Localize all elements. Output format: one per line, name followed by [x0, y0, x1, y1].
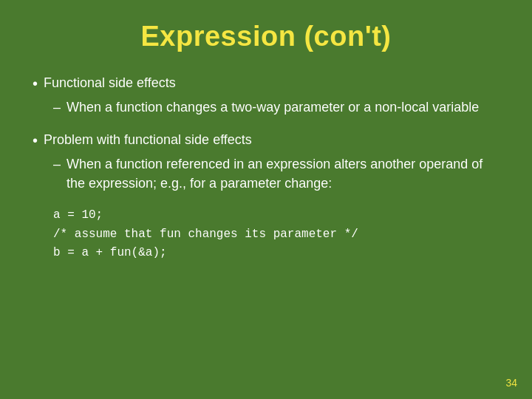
slide-content: • Functional side effects – When a funct…	[33, 73, 499, 263]
sub-dash-1: –	[53, 98, 61, 117]
slide-number: 34	[505, 377, 517, 389]
bullet-2-sub-text: When a function referenced in an express…	[66, 154, 499, 193]
bullet-1-sub: – When a function changes a two-way para…	[53, 98, 499, 117]
bullet-section-1: • Functional side effects – When a funct…	[33, 73, 499, 117]
bullet-2-main-text: Problem with functional side effects	[44, 130, 252, 149]
bullet-dot-1: •	[33, 73, 38, 95]
bullet-2-sub: – When a function referenced in an expre…	[53, 154, 499, 193]
slide: Expression (con't) • Functional side eff…	[0, 0, 532, 399]
bullet-2-main: • Problem with functional side effects	[33, 130, 499, 151]
bullet-1-main: • Functional side effects	[33, 73, 499, 95]
code-line-1: a = 10;	[53, 206, 499, 225]
sub-dash-2: –	[53, 154, 61, 174]
bullet-1-sub-text: When a function changes a two-way parame…	[66, 98, 479, 117]
slide-title: Expression (con't)	[33, 21, 499, 52]
code-line-2: /* assume that fun changes its parameter…	[53, 225, 499, 245]
bullet-dot-2: •	[33, 130, 38, 151]
bullet-1-main-text: Functional side effects	[44, 73, 176, 92]
bullet-section-2: • Problem with functional side effects –…	[33, 130, 499, 193]
code-line-3: b = a + fun(&a);	[53, 244, 499, 263]
code-block: a = 10; /* assume that fun changes its p…	[53, 206, 499, 263]
